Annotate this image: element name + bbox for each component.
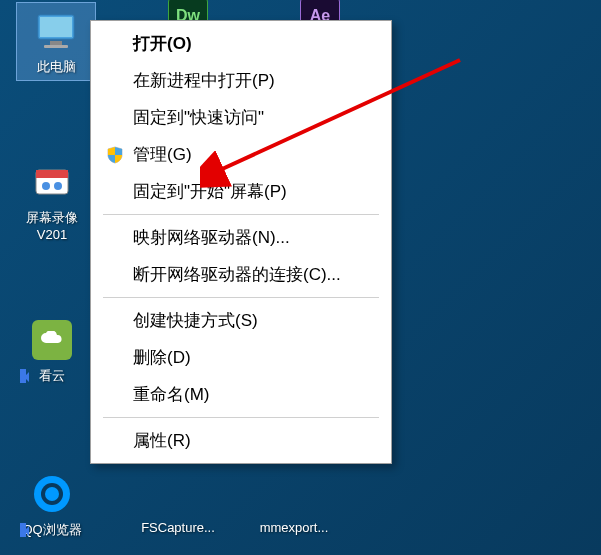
desktop-icon-fscapture[interactable]: FSCapture... bbox=[128, 520, 228, 537]
menu-item-rename[interactable]: 重命名(M) bbox=[93, 376, 389, 413]
svg-rect-1 bbox=[40, 17, 72, 37]
blank-icon bbox=[103, 311, 127, 331]
menu-item-create-shortcut[interactable]: 创建快捷方式(S) bbox=[93, 302, 389, 339]
desktop-icon-qq-browser[interactable]: QQ浏览器 bbox=[12, 470, 92, 539]
menu-item-map-drive[interactable]: 映射网络驱动器(N)... bbox=[93, 219, 389, 256]
svg-point-10 bbox=[45, 487, 59, 501]
menu-item-disconnect-drive[interactable]: 断开网络驱动器的连接(C)... bbox=[93, 256, 389, 293]
menu-item-label: 创建快捷方式(S) bbox=[133, 309, 258, 332]
menu-item-properties[interactable]: 属性(R) bbox=[93, 422, 389, 459]
desktop-icon-label: 此电脑 bbox=[19, 59, 93, 76]
desktop-icon-kanyun[interactable]: 看云 bbox=[12, 316, 92, 385]
menu-item-label: 删除(D) bbox=[133, 346, 191, 369]
menu-item-label: 断开网络驱动器的连接(C)... bbox=[133, 263, 341, 286]
recorder-icon bbox=[26, 158, 78, 206]
qq-browser-icon bbox=[26, 470, 78, 518]
menu-item-pin-start[interactable]: 固定到"开始"屏幕(P) bbox=[93, 173, 389, 210]
blank-icon bbox=[103, 431, 127, 451]
desktop-icon-label: mmexport... bbox=[244, 520, 344, 537]
kanyun-icon bbox=[26, 316, 78, 364]
blank-icon bbox=[103, 182, 127, 202]
menu-item-label: 打开(O) bbox=[133, 32, 192, 55]
menu-item-label: 属性(R) bbox=[133, 429, 191, 452]
blank-icon bbox=[103, 108, 127, 128]
menu-item-pin-quick-access[interactable]: 固定到"快速访问" bbox=[93, 99, 389, 136]
blank-icon bbox=[103, 34, 127, 54]
menu-separator bbox=[103, 417, 379, 418]
menu-item-manage[interactable]: 管理(G) bbox=[93, 136, 389, 173]
blank-icon bbox=[103, 385, 127, 405]
blank-icon bbox=[103, 348, 127, 368]
svg-point-6 bbox=[42, 182, 50, 190]
this-pc-icon bbox=[30, 7, 82, 55]
blank-icon bbox=[103, 228, 127, 248]
menu-item-label: 重命名(M) bbox=[133, 383, 209, 406]
svg-rect-2 bbox=[50, 41, 62, 45]
svg-rect-5 bbox=[36, 170, 68, 178]
desktop-icon-mmexport[interactable]: mmexport... bbox=[244, 520, 344, 537]
menu-item-open-new-process[interactable]: 在新进程中打开(P) bbox=[93, 62, 389, 99]
menu-item-label: 管理(G) bbox=[133, 143, 192, 166]
desktop-icon-screen-recorder[interactable]: 屏幕录像 V201 bbox=[12, 158, 92, 244]
blank-icon bbox=[103, 265, 127, 285]
menu-item-label: 固定到"快速访问" bbox=[133, 106, 264, 129]
menu-separator bbox=[103, 297, 379, 298]
context-menu: 打开(O) 在新进程中打开(P) 固定到"快速访问" 管理(G) 固定到"开始"… bbox=[90, 20, 392, 464]
menu-item-label: 映射网络驱动器(N)... bbox=[133, 226, 290, 249]
desktop-icon-label: FSCapture... bbox=[128, 520, 228, 537]
svg-rect-3 bbox=[44, 45, 68, 48]
menu-item-label: 固定到"开始"屏幕(P) bbox=[133, 180, 287, 203]
svg-point-7 bbox=[54, 182, 62, 190]
menu-item-delete[interactable]: 删除(D) bbox=[93, 339, 389, 376]
menu-item-open[interactable]: 打开(O) bbox=[93, 25, 389, 62]
desktop-icon-this-pc[interactable]: 此电脑 bbox=[16, 2, 96, 81]
menu-item-label: 在新进程中打开(P) bbox=[133, 69, 275, 92]
blank-icon bbox=[103, 71, 127, 91]
menu-separator bbox=[103, 214, 379, 215]
desktop-icon-label: 屏幕录像 V201 bbox=[12, 210, 92, 244]
shield-icon bbox=[103, 145, 127, 165]
